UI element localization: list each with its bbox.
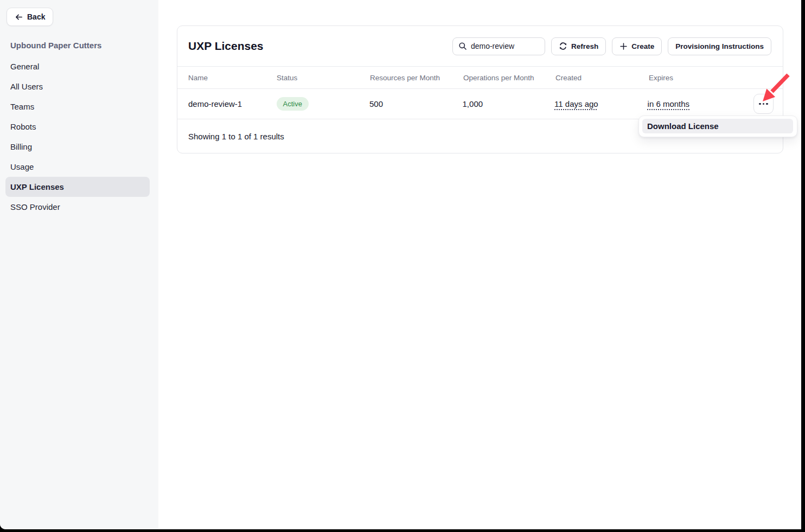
sidebar-item-label: Robots: [10, 122, 36, 131]
menu-item-label: Download License: [647, 121, 719, 131]
back-button[interactable]: Back: [7, 8, 53, 26]
create-button[interactable]: Create: [612, 37, 662, 55]
column-header-name: Name: [188, 74, 277, 82]
search-box[interactable]: [452, 37, 545, 55]
menu-item-download-license[interactable]: Download License: [642, 119, 793, 133]
expires-relative-time[interactable]: in 6 months: [648, 99, 690, 108]
org-title: Upbound Paper Cutters: [10, 41, 101, 50]
sidebar-item-label: SSO Provider: [10, 202, 60, 211]
sidebar-item-sso-provider[interactable]: SSO Provider: [5, 197, 150, 217]
card-header: UXP Licenses: [177, 26, 783, 66]
table-header-row: Name Status Resources per Month Operatio…: [177, 66, 783, 89]
table-row: demo-review-1 Active 500 1,000 11 days a…: [177, 89, 783, 119]
license-resources-cell: 500: [369, 99, 463, 108]
sidebar-item-teams[interactable]: Teams: [5, 97, 150, 117]
row-actions-menu: Download License: [638, 116, 797, 137]
status-badge: Active: [277, 97, 309, 111]
license-created-cell: 11 days ago: [554, 99, 648, 108]
arrow-left-icon: [15, 13, 23, 21]
back-button-label: Back: [27, 12, 45, 21]
license-operations-cell: 1,000: [463, 99, 555, 108]
main-content: UXP Licenses: [158, 0, 801, 529]
provisioning-instructions-label: Provisioning Instructions: [675, 42, 764, 50]
license-expires-cell: in 6 months: [648, 99, 753, 108]
page-title: UXP Licenses: [188, 40, 264, 53]
refresh-icon: [559, 42, 567, 50]
sidebar-item-general[interactable]: General: [5, 56, 150, 76]
license-name-cell: demo-review-1: [188, 99, 277, 108]
sidebar-nav: General All Users Teams Robots Billing U…: [0, 56, 158, 217]
sidebar-item-label: Usage: [10, 162, 34, 171]
sidebar-item-label: Billing: [10, 142, 32, 151]
column-header-expires: Expires: [649, 74, 755, 82]
row-actions-button[interactable]: [753, 94, 774, 114]
column-header-status: Status: [277, 74, 370, 82]
sidebar-item-usage[interactable]: Usage: [5, 157, 150, 177]
refresh-button[interactable]: Refresh: [551, 37, 606, 55]
license-actions-cell: [753, 94, 783, 114]
created-relative-time[interactable]: 11 days ago: [554, 99, 598, 108]
sidebar: Back Upbound Paper Cutters General All U…: [0, 0, 158, 529]
sidebar-item-label: UXP Licenses: [10, 182, 64, 191]
sidebar-item-label: General: [10, 62, 39, 71]
column-header-operations: Operations per Month: [463, 74, 555, 82]
column-header-resources: Resources per Month: [370, 74, 463, 82]
sidebar-item-robots[interactable]: Robots: [5, 117, 150, 137]
provisioning-instructions-button[interactable]: Provisioning Instructions: [668, 37, 771, 55]
refresh-button-label: Refresh: [571, 42, 598, 50]
search-input[interactable]: [471, 42, 539, 50]
search-icon: [458, 42, 467, 50]
license-status-cell: Active: [277, 97, 370, 111]
ellipsis-icon: [759, 103, 768, 105]
column-header-created: Created: [555, 74, 649, 82]
sidebar-item-uxp-licenses[interactable]: UXP Licenses: [5, 177, 150, 197]
sidebar-item-label: All Users: [10, 82, 43, 91]
app-window: Back Upbound Paper Cutters General All U…: [0, 0, 801, 529]
sidebar-item-label: Teams: [10, 102, 34, 111]
sidebar-item-billing[interactable]: Billing: [5, 137, 150, 157]
create-button-label: Create: [631, 42, 654, 50]
results-count-text: Showing 1 to 1 of 1 results: [188, 132, 284, 141]
toolbar: Refresh Create Provisioning Instructions: [452, 37, 771, 55]
sidebar-item-all-users[interactable]: All Users: [5, 76, 150, 97]
plus-icon: [619, 42, 628, 50]
